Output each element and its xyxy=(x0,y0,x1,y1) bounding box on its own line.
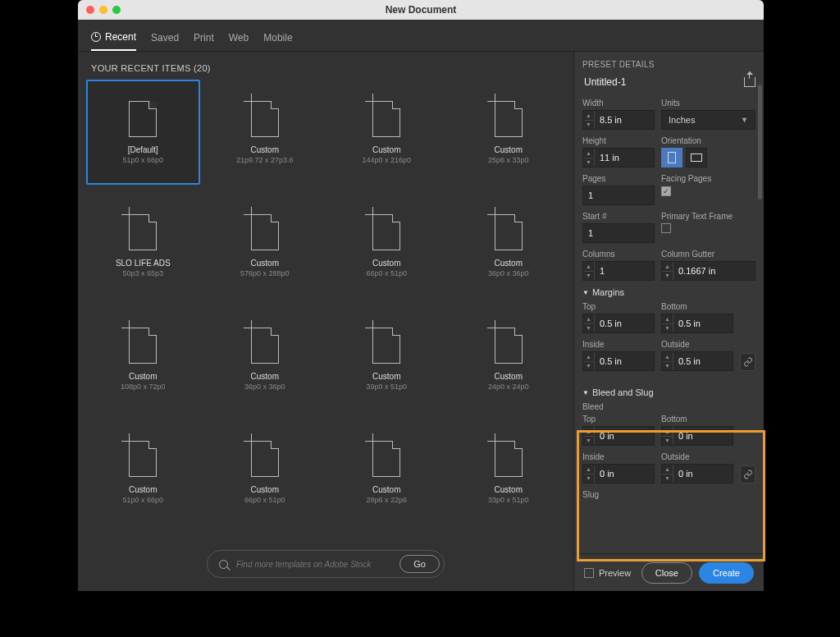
export-preset-icon[interactable] xyxy=(744,77,756,87)
tab-print[interactable]: Print xyxy=(194,28,214,51)
preset-card[interactable]: Custom25p6 x 33p0 xyxy=(452,80,566,185)
preset-name: Custom xyxy=(251,485,279,494)
preset-card[interactable]: Custom33p0 x 51p0 xyxy=(452,419,566,525)
document-icon xyxy=(129,328,157,364)
height-input[interactable]: ▲▼ 11 in xyxy=(582,148,655,167)
preset-card[interactable]: [Default]51p0 x 66p0 xyxy=(86,80,200,185)
tab-label: Print xyxy=(194,32,214,44)
margin-outside-input[interactable]: ▲▼0.5 in xyxy=(661,351,733,371)
bleed-inside-input[interactable]: ▲▼0 in xyxy=(582,464,655,483)
preset-name-input[interactable]: Untitled-1 xyxy=(582,74,628,90)
preview-checkbox[interactable] xyxy=(584,568,594,578)
width-input[interactable]: ▲▼ 8.5 in xyxy=(582,110,655,130)
preset-dimensions: 51p0 x 66p0 xyxy=(122,496,163,504)
preset-name: Custom xyxy=(495,259,523,268)
margin-top-input[interactable]: ▲▼0.5 in xyxy=(582,314,655,333)
preset-browser: YOUR RECENT ITEMS (20) [Default]51p0 x 6… xyxy=(78,52,573,591)
chevron-down-icon: ▼ xyxy=(582,389,589,396)
bleed-slug-accordion[interactable]: ▼Bleed and Slug xyxy=(582,387,756,397)
tab-recent[interactable]: Recent xyxy=(91,28,136,51)
preset-name: Custom xyxy=(129,485,157,494)
document-icon xyxy=(251,441,279,477)
close-window-icon[interactable] xyxy=(86,6,94,14)
start-number-label: Start # xyxy=(582,212,655,221)
stock-go-button[interactable]: Go xyxy=(399,555,440,573)
stock-search-input[interactable] xyxy=(236,560,391,569)
document-icon xyxy=(129,101,157,137)
preset-dimensions: 50p3 x 65p3 xyxy=(122,269,163,277)
height-label: Height xyxy=(582,136,655,145)
preset-card[interactable]: Custom36p0 x 36p0 xyxy=(208,306,322,411)
preset-dimensions: 33p0 x 51p0 xyxy=(488,496,529,504)
preset-card[interactable]: Custom576p0 x 288p0 xyxy=(208,193,322,298)
preset-name: Custom xyxy=(251,259,279,268)
link-bleed-icon[interactable] xyxy=(740,465,756,483)
preset-card[interactable]: Custom36p0 x 36p0 xyxy=(452,193,566,298)
preset-card[interactable]: Custom21p9.72 x 27p3.6 xyxy=(208,80,322,185)
width-label: Width xyxy=(582,99,655,108)
preset-card[interactable]: Custom108p0 x 72p0 xyxy=(86,306,200,411)
document-icon xyxy=(495,214,523,250)
zoom-window-icon[interactable] xyxy=(112,6,121,14)
orientation-portrait[interactable] xyxy=(661,148,682,167)
bleed-bottom-input[interactable]: ▲▼0 in xyxy=(661,426,733,446)
category-tabs: Recent Saved Print Web Mobile xyxy=(78,20,764,52)
preset-card[interactable]: Custom66p0 x 51p0 xyxy=(208,419,322,525)
tab-label: Mobile xyxy=(263,32,292,44)
preset-dimensions: 576p0 x 288p0 xyxy=(240,269,290,277)
columns-input[interactable]: ▲▼1 xyxy=(582,261,655,281)
preset-name: Custom xyxy=(251,372,279,381)
orientation-landscape[interactable] xyxy=(686,148,707,167)
document-icon xyxy=(495,328,523,364)
preset-name: [Default] xyxy=(128,145,158,154)
slug-label: Slug xyxy=(582,490,756,499)
preset-name: Custom xyxy=(372,145,400,154)
preview-label: Preview xyxy=(599,568,631,578)
link-margins-icon[interactable] xyxy=(740,353,756,371)
preset-dimensions: 39p0 x 51p0 xyxy=(366,383,407,391)
tab-web[interactable]: Web xyxy=(229,28,249,51)
traffic-lights xyxy=(86,6,121,14)
margin-inside-input[interactable]: ▲▼0.5 in xyxy=(582,351,655,371)
gutter-input[interactable]: ▲▼0.1667 in xyxy=(661,261,756,281)
bleed-outside-input[interactable]: ▲▼0 in xyxy=(661,464,733,483)
bleed-top-input[interactable]: ▲▼0 in xyxy=(582,426,655,446)
preset-dimensions: 144p0 x 216p0 xyxy=(362,156,411,164)
preset-name: Custom xyxy=(251,145,279,154)
gutter-label: Column Gutter xyxy=(661,250,756,259)
preset-name: Custom xyxy=(129,372,157,381)
orientation-label: Orientation xyxy=(661,136,756,145)
pages-input[interactable]: 1 xyxy=(582,186,655,205)
margin-bottom-input[interactable]: ▲▼0.5 in xyxy=(661,314,733,333)
chevron-down-icon: ▼ xyxy=(741,116,748,124)
preset-name: Custom xyxy=(495,145,523,154)
create-button[interactable]: Create xyxy=(699,562,754,584)
scrollbar[interactable] xyxy=(758,85,762,199)
preset-card[interactable]: Custom39p0 x 51p0 xyxy=(330,306,444,411)
preset-name: Custom xyxy=(495,485,523,494)
preset-card[interactable]: Custom144p0 x 216p0 xyxy=(330,80,444,185)
window-title: New Document xyxy=(78,4,764,16)
preset-card[interactable]: SLO LIFE ADS50p3 x 65p3 xyxy=(86,193,200,298)
document-icon xyxy=(372,214,400,250)
tab-saved[interactable]: Saved xyxy=(151,28,179,51)
units-select[interactable]: Inches▼ xyxy=(661,110,756,130)
preset-card[interactable]: Custom24p0 x 24p0 xyxy=(452,306,566,411)
preset-name: Custom xyxy=(372,372,400,381)
preset-dimensions: 51p0 x 66p0 xyxy=(122,156,163,164)
preset-card[interactable]: Custom51p0 x 66p0 xyxy=(86,419,200,525)
preset-card[interactable]: Custom66p0 x 51p0 xyxy=(330,193,444,298)
step-up-icon: ▲ xyxy=(583,111,594,121)
preset-card[interactable]: Custom28p6 x 22p6 xyxy=(330,419,444,525)
margins-accordion[interactable]: ▼Margins xyxy=(582,287,756,297)
preset-name: Custom xyxy=(372,485,400,494)
columns-label: Columns xyxy=(582,250,655,259)
minimize-window-icon[interactable] xyxy=(99,6,107,14)
tab-mobile[interactable]: Mobile xyxy=(263,28,292,51)
facing-pages-checkbox[interactable]: ✓ xyxy=(661,186,671,196)
primary-text-frame-checkbox[interactable] xyxy=(661,223,671,233)
preset-dimensions: 36p0 x 36p0 xyxy=(488,269,529,277)
start-number-input[interactable]: 1 xyxy=(582,223,655,243)
close-button[interactable]: Close xyxy=(641,562,692,584)
primary-text-frame-label: Primary Text Frame xyxy=(661,212,756,221)
